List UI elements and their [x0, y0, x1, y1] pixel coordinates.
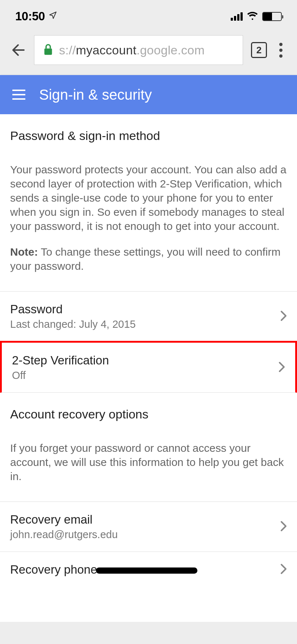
password-note: Note: To change these settings, you will… [10, 245, 287, 273]
cellular-signal-icon [231, 12, 243, 21]
menu-button[interactable] [12, 90, 25, 100]
password-section: Password & sign-in method Your password … [0, 114, 297, 393]
url-prefix: s:// [59, 43, 76, 57]
browser-chrome: s://myaccount.google.com 2 [0, 31, 297, 75]
note-text: To change these settings, you will need … [10, 246, 281, 272]
recovery-phone-label: Recovery phone [10, 563, 97, 576]
item-label: 2-Step Verification [12, 354, 109, 367]
section-title-password: Password & sign-in method [10, 129, 287, 143]
status-bar: 10:50 [0, 0, 297, 31]
chevron-right-icon [279, 362, 285, 374]
content-area: Password & sign-in method Your password … [0, 114, 297, 622]
url-text: s://myaccount.google.com [59, 43, 205, 57]
chevron-right-icon [280, 521, 287, 533]
section-title-recovery: Account recovery options [10, 407, 287, 421]
recovery-list: Recovery email john.read@rutgers.edu Rec… [0, 501, 297, 580]
tab-count: 2 [256, 45, 262, 56]
item-sub: Last changed: July 4, 2015 [10, 318, 136, 330]
wifi-icon [247, 11, 258, 21]
status-time: 10:50 [15, 9, 45, 23]
status-left: 10:50 [15, 9, 57, 23]
url-tail: .google.com [137, 43, 205, 57]
back-button[interactable] [10, 42, 26, 58]
chevron-right-icon [280, 310, 287, 323]
password-description: Your password protects your account. You… [10, 162, 287, 233]
overflow-menu-button[interactable] [275, 41, 287, 60]
recovery-section: Account recovery options If you forget y… [0, 393, 297, 580]
recovery-description: If you forget your password or cannot ac… [10, 441, 287, 483]
page-title: Sign-in & security [39, 87, 152, 103]
address-bar[interactable]: s://myaccount.google.com [34, 35, 243, 65]
chevron-right-icon [280, 564, 287, 576]
recovery-email-item[interactable]: Recovery email john.read@rutgers.edu [0, 501, 297, 552]
page-header: Sign-in & security [0, 75, 297, 114]
lock-icon [43, 43, 53, 57]
battery-icon [262, 12, 282, 21]
note-label: Note: [10, 246, 38, 258]
url-domain: myaccount [76, 43, 137, 57]
item-label: Recovery email [10, 513, 118, 527]
item-label: Recovery phone [10, 563, 197, 577]
svg-rect-0 [45, 49, 52, 55]
tab-switcher-button[interactable]: 2 [251, 42, 267, 58]
password-item[interactable]: Password Last changed: July 4, 2015 [0, 291, 297, 341]
item-label: Password [10, 302, 136, 316]
password-list: Password Last changed: July 4, 2015 2-St… [0, 291, 297, 393]
status-right [231, 11, 282, 21]
recovery-phone-item[interactable]: Recovery phone [0, 552, 297, 580]
item-sub: john.read@rutgers.edu [10, 529, 118, 541]
two-step-verification-item[interactable]: 2-Step Verification Off [0, 341, 297, 393]
location-arrow-icon [49, 11, 57, 22]
item-sub: Off [12, 370, 109, 381]
redacted-phone [96, 567, 197, 574]
